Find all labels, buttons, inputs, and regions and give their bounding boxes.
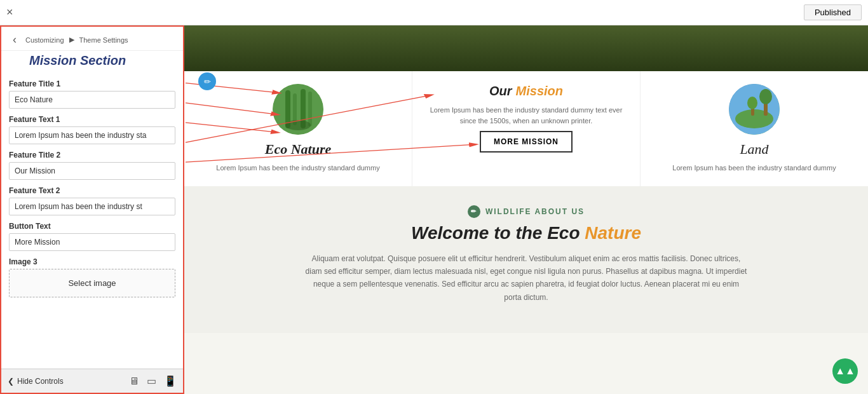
svg-point-9 [759, 89, 772, 104]
field-button-text: Button Text [9, 222, 175, 251]
mission-section-wrapper: Eco Nature Lorem Ipsum has been the indu… [184, 71, 868, 186]
wildlife-icon: ✏ [468, 205, 480, 218]
top-bar: × Published [0, 0, 868, 25]
mission-col-2: Our Mission Lorem Ipsum has been the ind… [412, 71, 641, 186]
svg-rect-4 [308, 92, 312, 126]
breadcrumb-theme-settings: Theme Settings [79, 36, 128, 44]
mission-description: Lorem Ipsum has been the industry standa… [428, 105, 625, 126]
feature-title-2-label: Feature Title 2 [9, 151, 175, 160]
preview-area: ✏ [184, 25, 868, 394]
image-3-label: Image 3 [9, 257, 175, 266]
feature-text-2-label: Feature Text 2 [9, 186, 175, 195]
breadcrumb-arrow: ▶ [69, 36, 74, 44]
device-icons: 🖥 ▭ 📱 [129, 375, 177, 387]
feature-text-1-label: Feature Text 1 [9, 115, 175, 124]
our-text: Our [489, 84, 512, 98]
sidebar-header: ‹ Customizing ▶ Theme Settings [1, 27, 183, 51]
land-title: Land [740, 141, 768, 158]
field-image-3: Image 3 Select image [9, 257, 175, 297]
section-title: Mission Section [1, 51, 183, 73]
feature-text-2-input[interactable] [9, 198, 175, 215]
land-text: Lorem Ipsum has been the industry standa… [672, 163, 836, 173]
sidebar-fields: Feature Title 1 Feature Text 1 Feature T… [1, 73, 183, 369]
mission-section: Eco Nature Lorem Ipsum has been the indu… [184, 71, 868, 186]
mobile-icon-button[interactable]: 📱 [164, 375, 177, 387]
wildlife-subtitle-text: WILDLIFE ABOUT US [485, 207, 585, 216]
hide-controls-button[interactable]: ❮ Hide Controls [8, 377, 64, 386]
mission-text: Mission [516, 84, 563, 98]
svg-point-11 [747, 97, 757, 109]
wildlife-subtitle: ✏ WILDLIFE ABOUT US [197, 205, 855, 218]
feature-image-1 [273, 84, 323, 135]
close-button[interactable]: × [6, 6, 13, 19]
select-image-button[interactable]: Select image [9, 269, 175, 297]
svg-point-5 [285, 120, 311, 130]
bottom-bar: ❮ Hide Controls 🖥 ▭ 📱 [1, 369, 183, 393]
feature-image-3 [729, 84, 780, 135]
mission-col-3: Land Lorem Ipsum has been the industry s… [641, 71, 868, 186]
our-mission-heading: Our Mission [489, 84, 563, 98]
field-feature-title-2: Feature Title 2 [9, 151, 175, 180]
sidebar: ‹ Customizing ▶ Theme Settings Mission S… [0, 25, 184, 394]
main-layout: ‹ Customizing ▶ Theme Settings Mission S… [0, 25, 868, 394]
feature-title-2-input[interactable] [9, 162, 175, 180]
field-feature-text-1: Feature Text 1 [9, 115, 175, 144]
tablet-icon-button[interactable]: ▭ [147, 375, 156, 387]
wildlife-section: ✏ WILDLIFE ABOUT US Welcome to the Eco N… [184, 186, 868, 334]
edit-pencil-icon[interactable]: ✏ [198, 72, 216, 90]
chevron-left-icon: ❮ [8, 377, 14, 386]
back-button[interactable]: ‹ [9, 32, 20, 48]
desktop-icon-button[interactable]: 🖥 [129, 375, 139, 387]
hide-controls-label: Hide Controls [17, 377, 64, 386]
eco-nature-title: Eco Nature [265, 141, 332, 158]
scroll-up-button[interactable]: ▲▲ [832, 358, 858, 384]
feature-title-1-input[interactable] [9, 91, 175, 109]
button-text-label: Button Text [9, 222, 175, 231]
field-feature-title-1: Feature Title 1 [9, 79, 175, 109]
button-text-input[interactable] [9, 233, 175, 251]
published-button[interactable]: Published [804, 4, 862, 20]
feature-title-1-label: Feature Title 1 [9, 79, 175, 88]
more-mission-button[interactable]: MORE MISSION [480, 131, 573, 153]
welcome-nature-text: Nature [585, 223, 641, 243]
wildlife-paragraph: Aliquam erat volutpat. Quisque posuere e… [304, 252, 749, 304]
field-feature-text-2: Feature Text 2 [9, 186, 175, 215]
breadcrumb-customizing: Customizing [25, 36, 64, 44]
mission-col-1: Eco Nature Lorem Ipsum has been the indu… [184, 71, 412, 186]
feature-text-1-input[interactable] [9, 126, 175, 144]
welcome-main-text: Welcome to the Eco [411, 223, 580, 243]
hero-background [184, 25, 868, 71]
welcome-heading: Welcome to the Eco Nature [197, 223, 855, 243]
eco-nature-text: Lorem Ipsum has been the industry standa… [216, 163, 379, 173]
